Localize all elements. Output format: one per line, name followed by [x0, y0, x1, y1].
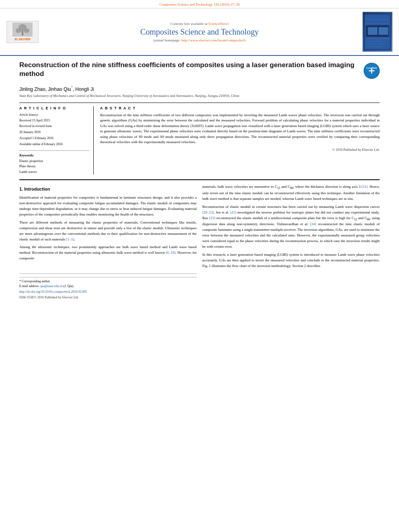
journal-cover-image: [362, 12, 393, 52]
accepted-date: Accepted 1 February 2016: [19, 136, 89, 141]
svg-rect-11: [378, 27, 388, 35]
svg-point-3: [24, 28, 29, 33]
revised-label: Received in revised form: [19, 124, 89, 129]
elsevier-logo: ELSEVIER: [6, 21, 39, 43]
crossmark-badge[interactable]: CrossMark: [364, 63, 380, 79]
abstract-copyright: © 2016 Published by Elsevier Ltd.: [100, 148, 380, 152]
sciencedirect-link[interactable]: ScienceDirect: [208, 22, 228, 26]
keyword-plate: Plate theory: [19, 164, 89, 169]
abstract-text: Reconstruction of the nine stiffness coe…: [100, 113, 380, 145]
email-address[interactable]: qiu@nuaa.edu.cn: [40, 284, 63, 288]
issn-text: 0266-3538/© 2016 Published by Elsevier L…: [19, 295, 197, 300]
keyword-lamb: Lamb waves: [19, 169, 89, 175]
body-para1: Identification of material properties fo…: [19, 195, 197, 218]
ref-24[interactable]: [24]: [310, 222, 316, 226]
svg-point-2: [16, 28, 21, 33]
authors-line: Jinling Zhao, Jinhao Qiu*, Hongli Ji: [19, 85, 380, 92]
crossmark-text: CrossMark: [364, 64, 379, 78]
journal-reference-bar: Composites Science and Technology 126 (2…: [0, 0, 399, 8]
body-right-para2: Reconstruction of elastic moduli in cert…: [202, 204, 380, 250]
elsevier-label-text: ELSEVIER: [14, 37, 31, 41]
keywords-label: Keywords:: [19, 153, 89, 157]
affiliation: State Key Laboratory of Mechanics and Co…: [19, 94, 380, 99]
received-date: Received 15 April 2015: [19, 118, 89, 123]
elsevier-logo-area: ELSEVIER: [6, 21, 43, 43]
ref-20-23[interactable]: [20–23]: [202, 210, 214, 214]
doi-link[interactable]: http://dx.doi.org/10.1016/j.compscitech.…: [19, 290, 197, 294]
abstract-column: A B S T R A C T Reconstruction of the ni…: [100, 106, 380, 175]
page: Composites Science and Technology 126 (2…: [0, 0, 399, 532]
elsevier-tree-graphic: [12, 23, 33, 37]
then-text: then: [232, 258, 239, 262]
ref-23[interactable]: [23]: [209, 216, 215, 220]
journal-reference-text: Composites Science and Technology 126 (2…: [159, 2, 239, 6]
body-right-para3: In this research, a laser generation bas…: [202, 252, 380, 269]
ref-1-5[interactable]: [1–5]: [66, 237, 74, 241]
body-columns: 1. Introduction Identification of materi…: [19, 184, 380, 300]
body-right-para1: materials, bulk wave velocities are inse…: [202, 184, 380, 201]
footnote-section: * Corresponding author. E-mail address: …: [19, 273, 197, 300]
article-title-section: Reconstruction of the nine stiffness coe…: [19, 61, 380, 82]
info-abstract-row: A R T I C L E I N F O Article history: R…: [19, 103, 380, 175]
email-line: E-mail address: qiu@nuaa.edu.cn (J. Qiu)…: [19, 284, 197, 289]
ref-6-19[interactable]: [6–19]: [166, 251, 176, 255]
homepage-url[interactable]: http://www.elsevier.com/locate/compscite…: [181, 38, 245, 42]
article-content: Reconstruction of the nine stiffness coe…: [0, 56, 399, 305]
svg-rect-10: [368, 27, 378, 35]
history-label: Article history:: [19, 113, 89, 118]
ref-11[interactable]: [11]: [362, 185, 368, 189]
body-para2: There are different methods of measuring…: [19, 220, 197, 242]
invert-text: invert: [255, 258, 264, 262]
keyword-elastic: Elastic properties: [19, 158, 89, 164]
section1-title: 1. Introduction: [19, 186, 197, 193]
body-right-column: materials, bulk wave velocities are inse…: [202, 184, 380, 300]
article-info-header: A R T I C L E I N F O: [19, 106, 89, 110]
author-hongli: , Hongli Ji: [73, 86, 94, 92]
journal-cover-area: [356, 12, 393, 52]
sciencedirect-availability: Contents lists available at ScienceDirec…: [43, 22, 356, 26]
article-title: Reconstruction of the nine stiffness coe…: [19, 61, 364, 78]
body-left-column: 1. Introduction Identification of materi…: [19, 184, 197, 300]
body-para3: Among the ultrasonic techniques, two pro…: [19, 244, 197, 261]
article-history: Article history: Received 15 April 2015 …: [19, 113, 89, 147]
journal-header: ELSEVIER Contents lists available at Sci…: [0, 8, 399, 56]
available-date: Available online 4 February 2016: [19, 142, 89, 147]
corresponding-label: * Corresponding author.: [19, 279, 197, 284]
abstract-header: A B S T R A C T: [100, 106, 380, 110]
journal-homepage: journal homepage: http://www.elsevier.co…: [43, 38, 356, 42]
ref-21[interactable]: [21]: [230, 210, 236, 214]
article-info-column: A R T I C L E I N F O Article history: R…: [19, 106, 94, 175]
svg-rect-4: [22, 31, 23, 35]
journal-title: Composites Science and Technology: [43, 27, 356, 37]
revised-date: 26 January 2016: [19, 130, 89, 135]
author-jinling: Jinling Zhao, Jinhao Qiu: [19, 86, 71, 92]
keywords-section: Keywords: Elastic properties Plate theor…: [19, 150, 89, 175]
journal-center-content: Contents lists available at ScienceDirec…: [43, 22, 356, 42]
corresponding-note: * Corresponding author. E-mail address: …: [19, 277, 197, 289]
body-divider: [19, 179, 380, 180]
